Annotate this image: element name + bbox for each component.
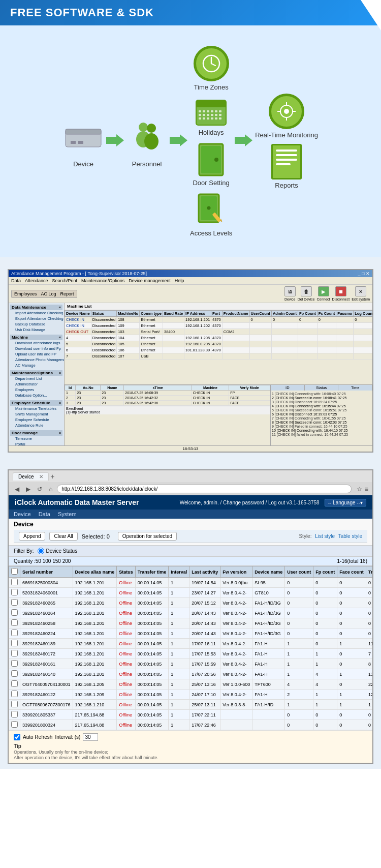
menu-device[interactable]: Device management xyxy=(129,278,171,283)
row-check-9[interactable] xyxy=(11,670,18,677)
machine-row-2[interactable]: CHECK OUTDisconnected103Serial Port/3840… xyxy=(65,329,373,335)
sidebar-timezone[interactable]: Timezone xyxy=(10,436,62,441)
sidebar-employees[interactable]: Employees xyxy=(10,387,62,393)
machine-row-5[interactable]: 6Disconnected106Ethernet101.81.228.39437… xyxy=(65,347,373,353)
iclock-row-14[interactable]: 3399201800324217.65.194.88Offline00:00:1… xyxy=(9,720,373,730)
language-selector[interactable]: -- Language --▾ xyxy=(325,499,366,506)
menu-search[interactable]: Search/Print xyxy=(52,278,78,283)
table-style-btn[interactable]: Table style xyxy=(338,533,362,539)
menu-data[interactable]: Data xyxy=(11,278,21,283)
nav-forward-btn[interactable]: ▶ xyxy=(24,485,33,493)
iclock-cell-7-1: 3929182460172 xyxy=(20,649,73,659)
row-check-8[interactable] xyxy=(11,660,18,667)
iclock-row-12[interactable]: OGT708006707300176192.168.1.210Offline00… xyxy=(9,700,373,710)
iclock-row-6[interactable]: 3929182460189192.168.1.201Offline00:00:1… xyxy=(9,639,373,649)
machine-row-1[interactable]: CHECK INDisconnected109Ethernet192.168.1… xyxy=(65,323,373,329)
personnel-icon xyxy=(126,115,167,156)
browser-url[interactable]: http://192.168.1.88:8082/iclock/data/icl… xyxy=(57,485,352,493)
nav-device[interactable]: Device xyxy=(14,511,31,517)
iclock-row-7[interactable]: 3929182460172192.168.1.201Offline00:00:1… xyxy=(9,649,373,659)
log-row-1[interactable]: 223232018-07-25 16:42:32CHECK INFACE xyxy=(65,396,270,401)
btn-exit[interactable]: ✕ Exit system xyxy=(352,286,370,301)
sidebar-import[interactable]: Import Attendance Checking Data xyxy=(10,310,62,316)
sidebar-backup[interactable]: Backup Database xyxy=(10,321,62,327)
sidebar-download-user[interactable]: Download user info and Fp xyxy=(10,346,62,351)
row-check-6[interactable] xyxy=(11,640,18,646)
btn-device[interactable]: 🖥 Device xyxy=(284,286,296,301)
nav-data[interactable]: Data xyxy=(39,511,50,517)
row-check-12[interactable] xyxy=(11,701,18,707)
sidebar-portal[interactable]: Portal xyxy=(10,441,62,445)
iclock-row-1[interactable]: 52031824060001192.168.1.201Offline00:00:… xyxy=(9,588,373,598)
btn-del-device[interactable]: 🗑 Del Device xyxy=(298,286,315,301)
row-check-14[interactable] xyxy=(11,721,18,728)
nav-system[interactable]: System xyxy=(58,511,77,517)
col-ip: IP Address xyxy=(184,311,211,317)
interval-input[interactable] xyxy=(83,733,98,741)
toolbar-right: Style: List style Table style xyxy=(299,533,362,539)
menu-attendance[interactable]: Attendance xyxy=(25,278,48,283)
machine-row-0[interactable]: CHECK INDisconnected108Ethernet192.168.1… xyxy=(65,317,373,323)
iclock-row-2[interactable]: 3929182460265192.168.1.201Offline00:00:1… xyxy=(9,598,373,608)
iclock-row-10[interactable]: OGT704005704130001192.168.1.205Offline00… xyxy=(9,679,373,690)
sidebar-download-logs[interactable]: Download attendance logs xyxy=(10,340,62,346)
tab-aclog[interactable]: AC Log xyxy=(41,291,56,296)
browser-star-icon[interactable]: ☆ xyxy=(357,486,362,493)
row-check-0[interactable] xyxy=(11,579,18,585)
btn-connect[interactable]: ▶ Connect xyxy=(316,286,330,301)
sidebar-dept[interactable]: Department List xyxy=(10,376,62,381)
row-check-4[interactable] xyxy=(11,619,18,626)
machine-row-6[interactable]: 7Disconnected107USB3204 xyxy=(65,353,373,360)
sidebar-db[interactable]: Database Option... xyxy=(10,393,62,398)
sidebar-usb[interactable]: Usb Disk Manage xyxy=(10,327,62,333)
iclock-row-4[interactable]: 3929182460258192.168.1.201Offline00:00:1… xyxy=(9,618,373,628)
sidebar-shifts[interactable]: Shifts Management xyxy=(10,411,62,417)
iclock-row-0[interactable]: 66691825000304192.168.1.201Offline00:00:… xyxy=(9,578,373,588)
auto-refresh-checkbox[interactable] xyxy=(14,734,20,740)
iclock-row-5[interactable]: 3929182460224192.168.1.201Offline00:00:1… xyxy=(9,628,373,639)
append-btn[interactable]: Append xyxy=(19,532,45,541)
menu-maintenance[interactable]: Maintenance/Options xyxy=(81,278,124,283)
btn-disconnect[interactable]: ⏹ Disconnect xyxy=(332,286,350,301)
row-check-1[interactable] xyxy=(11,589,18,595)
sidebar-att-rule[interactable]: Attendance Rule xyxy=(10,423,62,428)
clearall-btn[interactable]: Clear All xyxy=(49,532,77,541)
iclock-row-9[interactable]: 3929182460140192.168.1.201Offline00:00:1… xyxy=(9,669,373,679)
tab-employees[interactable]: Employees xyxy=(14,291,37,296)
sidebar-timetables[interactable]: Maintenance Timetables xyxy=(10,406,62,411)
row-check-11[interactable] xyxy=(11,691,18,697)
sidebar-upload-user[interactable]: Upload user info and FP xyxy=(10,351,62,357)
operation-btn[interactable]: Operation for selected xyxy=(118,532,177,541)
browser-close-icon[interactable]: ✕ xyxy=(39,474,43,480)
browser-menu-icon[interactable]: ≡ xyxy=(365,486,368,493)
sidebar-export[interactable]: Export Attendance Checking Data xyxy=(10,316,62,321)
list-style-btn[interactable]: List style xyxy=(315,533,335,539)
iclock-row-11[interactable]: 3929182460122192.168.1.209Offline00:00:1… xyxy=(9,690,373,700)
log-row-2[interactable]: 323232018-07-25 16:42:36CHECK INFACE xyxy=(65,401,270,406)
nav-back-btn[interactable]: ◀ xyxy=(13,485,21,493)
browser-add-tab[interactable]: + xyxy=(50,472,54,481)
log-row-0[interactable]: 123232018-07-25 16:08:39CHECK INFP xyxy=(65,391,270,396)
browser-tab-device[interactable]: Device ✕ xyxy=(13,472,49,481)
machine-row-3[interactable]: 4Disconnected104Ethernet192.168.1.205437… xyxy=(65,335,373,341)
row-check-2[interactable] xyxy=(11,599,18,606)
log-cell-1-2: 23 xyxy=(101,396,124,401)
iclock-row-3[interactable]: 3929182460264192.168.1.201Offline00:00:1… xyxy=(9,608,373,618)
sidebar-photo[interactable]: Attendance Photo Management xyxy=(10,357,62,363)
sidebar-emp-schedule[interactable]: Employee Schedule xyxy=(10,417,62,423)
row-check-5[interactable] xyxy=(11,630,18,636)
tab-report[interactable]: Report xyxy=(60,291,74,296)
iclock-row-8[interactable]: 3929182460161192.168.1.201Offline00:00:1… xyxy=(9,659,373,669)
row-check-13[interactable] xyxy=(11,711,18,717)
sidebar-ac[interactable]: AC Manage xyxy=(10,363,62,368)
row-check-3[interactable] xyxy=(11,609,18,616)
filter-device-status[interactable]: Device Status xyxy=(38,548,77,554)
machine-row-4[interactable]: 5Disconnected105Ethernet192.168.0.205437… xyxy=(65,341,373,347)
row-check-7[interactable] xyxy=(11,650,18,656)
sidebar-admin[interactable]: Administrator xyxy=(10,381,62,387)
nav-home-btn[interactable]: ⌂ xyxy=(47,485,54,493)
iclock-row-13[interactable]: 3399201805337217.65.194.88Offline00:00:1… xyxy=(9,710,373,720)
menu-help[interactable]: Help xyxy=(175,278,184,283)
nav-refresh-btn[interactable]: ↺ xyxy=(35,485,44,493)
row-check-10[interactable] xyxy=(11,680,18,687)
